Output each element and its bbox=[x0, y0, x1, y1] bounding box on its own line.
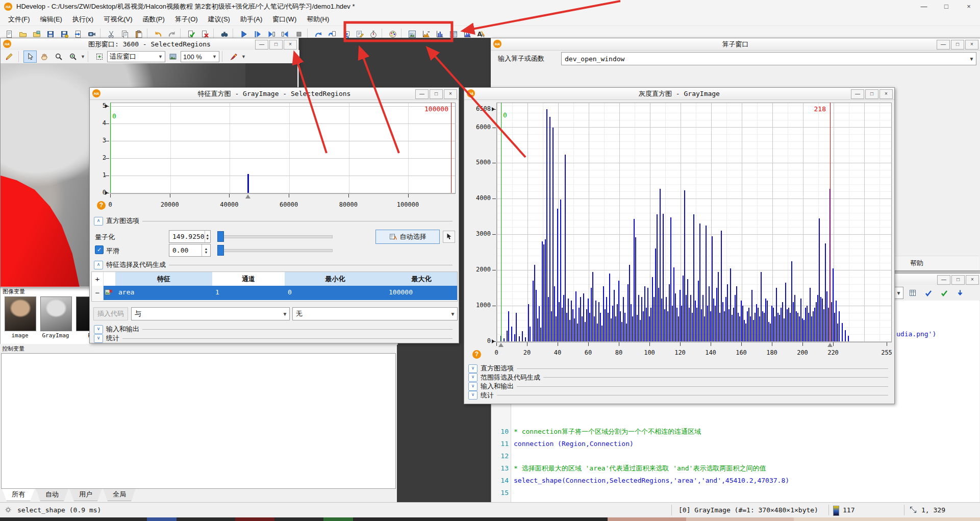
tab-全局[interactable]: 全局 bbox=[103, 489, 136, 501]
feature-histogram-title-bar[interactable]: HA 特征直方图 - GrayImage - SelectedRegions —… bbox=[90, 88, 459, 100]
smooth-spinbox[interactable]: 0.00▲▼ bbox=[169, 244, 211, 257]
draw-tool-button[interactable] bbox=[227, 51, 240, 63]
menu-item-6[interactable]: 建议(S) bbox=[203, 13, 235, 26]
draw-dropdown-caret-icon[interactable]: ▼ bbox=[241, 54, 246, 59]
min-range-line[interactable] bbox=[501, 103, 501, 341]
feature-histogram-plot[interactable] bbox=[110, 103, 456, 194]
control-variables-list[interactable] bbox=[1, 353, 396, 489]
maximize-button[interactable]: □ bbox=[430, 89, 443, 99]
close-button[interactable]: × bbox=[444, 89, 457, 99]
image-thumbnail-GrayImag[interactable] bbox=[40, 296, 72, 331]
feature-table-row[interactable]: − area 1 0 100000 bbox=[92, 286, 457, 300]
menu-item-0[interactable]: 文件(F) bbox=[3, 13, 35, 26]
close-button[interactable]: × bbox=[965, 40, 978, 49]
cell-feature[interactable]: area bbox=[118, 288, 134, 296]
auto-select-button[interactable]: 自动选择 bbox=[375, 230, 440, 244]
cell-channel[interactable]: 1 bbox=[215, 288, 219, 296]
maximize-button[interactable]: □ bbox=[951, 40, 964, 49]
collapse-icon[interactable]: ∨ bbox=[468, 373, 478, 382]
minimize-button[interactable]: — bbox=[937, 275, 950, 285]
zoom-step-button[interactable] bbox=[66, 51, 80, 63]
code-line[interactable] bbox=[514, 487, 978, 499]
insert-below-icon[interactable] bbox=[953, 286, 967, 300]
help-icon[interactable]: ? bbox=[472, 350, 481, 359]
menu-item-1[interactable]: 编辑(E) bbox=[35, 13, 67, 26]
reduce-combobox[interactable]: 无▼ bbox=[292, 307, 458, 320]
insert-code-button[interactable]: 插入代码 bbox=[93, 307, 128, 320]
menu-item-4[interactable]: 函数(P) bbox=[137, 13, 169, 26]
menu-item-3[interactable]: 可视化(V) bbox=[98, 13, 137, 26]
menu-item-8[interactable]: 窗口(W) bbox=[267, 13, 301, 26]
app-maximize-button[interactable]: □ bbox=[935, 0, 958, 13]
zoom-tool-button[interactable] bbox=[52, 51, 65, 63]
app-close-button[interactable]: × bbox=[958, 0, 980, 13]
syntax-check-icon[interactable] bbox=[921, 286, 935, 300]
range-marker-icon[interactable] bbox=[245, 194, 250, 199]
combobox-caret-icon[interactable]: ▼ bbox=[894, 290, 903, 296]
smooth-checkbox[interactable]: ✓ bbox=[95, 245, 104, 254]
minimize-button[interactable]: — bbox=[937, 40, 950, 49]
menu-item-9[interactable]: 帮助(H) bbox=[301, 13, 334, 26]
pick-range-button[interactable] bbox=[443, 231, 455, 243]
operator-window-title-bar[interactable]: HA 算子窗口 — □ × bbox=[491, 38, 980, 51]
collapse-icon[interactable]: ∧ bbox=[94, 217, 103, 226]
menu-item-5[interactable]: 算子(O) bbox=[170, 13, 203, 26]
code-line[interactable] bbox=[514, 450, 978, 462]
collapse-icon[interactable]: ∨ bbox=[94, 325, 103, 334]
help-button[interactable]: 帮助 bbox=[886, 259, 947, 268]
close-button[interactable]: × bbox=[880, 89, 893, 99]
column-header-feature[interactable]: 特征 bbox=[115, 272, 213, 286]
smooth-slider[interactable] bbox=[218, 249, 333, 252]
maximize-button[interactable]: □ bbox=[951, 275, 965, 285]
minimize-button[interactable]: — bbox=[415, 89, 429, 99]
minimize-button[interactable]: — bbox=[851, 89, 864, 99]
image-thumbnail-image[interactable] bbox=[5, 296, 36, 331]
remove-feature-button[interactable]: − bbox=[92, 286, 104, 300]
collapse-icon[interactable]: ∨ bbox=[468, 382, 478, 391]
menu-item-7[interactable]: 助手(A) bbox=[235, 13, 267, 26]
code-line[interactable]: * 选择面积最大的区域 'area'代表通过面积来选取 'and'表示选取两面积… bbox=[514, 462, 978, 475]
code-line[interactable]: * connection算子将一个区域分割为一个个不相连的连通区域 bbox=[514, 426, 978, 438]
maximize-button[interactable]: □ bbox=[269, 40, 283, 49]
apply-check-icon[interactable] bbox=[937, 286, 951, 300]
range-marker-icon[interactable] bbox=[498, 343, 504, 347]
smooth-slider-handle[interactable] bbox=[217, 245, 224, 256]
column-header-min[interactable]: 最小化 bbox=[285, 272, 386, 286]
collapse-icon[interactable]: ∧ bbox=[94, 261, 103, 269]
graphics-window-title-bar[interactable]: HA 图形窗口: 3600 - SelectedRegions — □ × bbox=[1, 38, 298, 51]
collapse-icon[interactable]: ∨ bbox=[468, 391, 478, 400]
min-range-line[interactable] bbox=[110, 103, 111, 193]
minimize-button[interactable]: — bbox=[255, 40, 268, 49]
column-header-max[interactable]: 最大化 bbox=[386, 272, 457, 286]
quantization-slider[interactable] bbox=[218, 235, 333, 238]
cell-min[interactable]: 0 bbox=[288, 288, 292, 296]
zoom-percent-select[interactable]: 100 %▼ bbox=[181, 51, 219, 62]
app-minimize-button[interactable]: — bbox=[913, 0, 935, 13]
combine-combobox[interactable]: 与▼ bbox=[131, 307, 290, 320]
menu-item-2[interactable]: 执行(x) bbox=[67, 13, 98, 26]
gray-histogram-title-bar[interactable]: HA 灰度直方图 - GrayImage — □ × bbox=[464, 88, 894, 100]
scale-mode-select[interactable]: 适应窗口▼ bbox=[107, 51, 165, 62]
pan-tool-button[interactable] bbox=[38, 51, 51, 63]
collapse-icon[interactable]: ∨ bbox=[468, 364, 478, 373]
maximize-button[interactable]: □ bbox=[865, 89, 878, 99]
combobox-caret-icon[interactable]: ▼ bbox=[967, 56, 976, 62]
pointer-tool-button[interactable] bbox=[23, 51, 37, 63]
max-range-line[interactable] bbox=[451, 103, 451, 193]
add-feature-button[interactable]: + bbox=[92, 272, 104, 286]
close-button[interactable]: × bbox=[284, 40, 297, 49]
quantization-slider-handle[interactable] bbox=[217, 231, 224, 242]
close-button[interactable]: × bbox=[966, 275, 979, 285]
range-marker-icon[interactable] bbox=[827, 343, 833, 347]
code-line[interactable]: select_shape(Connection,SelectedRegions,… bbox=[514, 475, 978, 487]
code-line[interactable]: connection (Region,Connection) bbox=[514, 438, 978, 450]
operator-input-combobox[interactable]: dev_open_window ▼ bbox=[561, 52, 976, 65]
fit-window-icon[interactable] bbox=[93, 51, 106, 63]
tab-自动[interactable]: 自动 bbox=[36, 489, 68, 501]
cell-max[interactable]: 100000 bbox=[389, 288, 413, 296]
tab-用户[interactable]: 用户 bbox=[69, 489, 102, 501]
window-params-icon[interactable] bbox=[3, 51, 16, 63]
zoom-dropdown-caret-icon[interactable]: ▼ bbox=[81, 54, 85, 59]
max-range-line[interactable] bbox=[830, 103, 831, 341]
column-header-channel[interactable]: 通道 bbox=[212, 272, 285, 286]
